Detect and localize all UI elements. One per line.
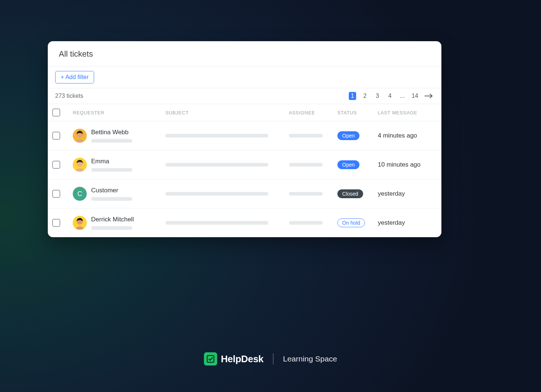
- status-cell: Open: [337, 160, 378, 169]
- page-1[interactable]: 1: [349, 92, 356, 100]
- subject-skeleton: [165, 192, 268, 196]
- page-ellipsis: ...: [399, 92, 406, 100]
- status-badge: Open: [337, 160, 359, 169]
- brand-name: HelpDesk: [221, 353, 264, 365]
- count-bar: 273 tickets 1 2 3 4 ... 14: [48, 88, 441, 104]
- page-last[interactable]: 14: [411, 92, 419, 100]
- table-row[interactable]: Emma Open 10 minutes ago: [48, 150, 441, 179]
- row-checkbox-cell: [52, 190, 73, 198]
- subject-cell: [165, 134, 289, 138]
- select-all-checkbox[interactable]: [52, 108, 60, 117]
- col-last-message: LAST MESSAGE: [378, 110, 434, 115]
- subject-cell: [165, 221, 289, 225]
- status-cell: On hold: [337, 218, 378, 227]
- status-badge: Closed: [337, 189, 363, 198]
- avatar: [73, 129, 87, 143]
- col-status: STATUS: [337, 110, 378, 115]
- page-4[interactable]: 4: [386, 92, 394, 100]
- last-message: 4 minutes ago: [378, 132, 434, 139]
- helpdesk-logo-icon: [204, 352, 217, 366]
- assignee-cell: [289, 192, 337, 196]
- brand-left: HelpDesk: [204, 352, 264, 366]
- panel-header: All tickets: [48, 41, 441, 67]
- subject-skeleton: [165, 134, 268, 138]
- row-checkbox-cell: [52, 219, 73, 227]
- requester-name: Emma: [91, 158, 132, 165]
- requester-name: Bettina Webb: [91, 129, 132, 136]
- requester-cell: Bettina Webb: [73, 129, 165, 143]
- page-3[interactable]: 3: [374, 92, 381, 100]
- assignee-skeleton: [289, 192, 323, 196]
- ticket-count: 273 tickets: [55, 93, 83, 99]
- row-checkbox-cell: [52, 132, 73, 140]
- select-all-cell: [52, 108, 73, 117]
- subject-skeleton: [165, 221, 268, 225]
- avatar: C: [73, 187, 87, 201]
- column-headers: REQUESTER SUBJECT ASSIGNEE STATUS LAST M…: [48, 104, 441, 121]
- assignee-cell: [289, 134, 337, 138]
- status-badge: Open: [337, 131, 359, 140]
- requester-text: Derrick Mitchell: [91, 216, 134, 230]
- row-checkbox[interactable]: [52, 132, 60, 140]
- table-row[interactable]: C Customer Closed yesterday: [48, 179, 441, 209]
- subject-cell: [165, 192, 289, 196]
- table-row[interactable]: Derrick Mitchell On hold yesterday: [48, 209, 441, 237]
- last-message: yesterday: [378, 190, 434, 197]
- brand-sub: Learning Space: [283, 354, 337, 363]
- row-checkbox-cell: [52, 161, 73, 169]
- next-page-icon[interactable]: [424, 93, 434, 99]
- requester-cell: Derrick Mitchell: [73, 216, 165, 230]
- assignee-cell: [289, 163, 337, 167]
- assignee-skeleton: [289, 163, 323, 167]
- svg-rect-7: [207, 356, 214, 362]
- page-2[interactable]: 2: [361, 92, 369, 100]
- avatar: [73, 216, 87, 230]
- assignee-skeleton: [289, 221, 323, 225]
- filter-bar: + Add filter: [48, 67, 441, 88]
- tickets-panel: All tickets + Add filter 273 tickets 1 2…: [48, 41, 441, 237]
- row-checkbox[interactable]: [52, 161, 60, 169]
- add-filter-button[interactable]: + Add filter: [55, 71, 94, 83]
- table-row[interactable]: Bettina Webb Open 4 minutes ago: [48, 121, 441, 150]
- requester-cell: C Customer: [73, 187, 165, 201]
- requester-name: Derrick Mitchell: [91, 216, 134, 223]
- avatar: [73, 158, 87, 172]
- status-cell: Closed: [337, 189, 378, 198]
- requester-sub-skeleton: [91, 197, 132, 201]
- requester-cell: Emma: [73, 158, 165, 172]
- requester-sub-skeleton: [91, 226, 132, 230]
- subject-skeleton: [165, 163, 268, 167]
- requester-text: Emma: [91, 158, 132, 172]
- last-message: yesterday: [378, 219, 434, 227]
- page-title: All tickets: [59, 49, 430, 59]
- assignee-cell: [289, 221, 337, 225]
- row-checkbox[interactable]: [52, 190, 60, 198]
- brand-bar: HelpDesk Learning Space: [204, 352, 337, 366]
- col-assignee: ASSIGNEE: [289, 110, 337, 115]
- requester-text: Bettina Webb: [91, 129, 132, 143]
- brand-divider: [273, 353, 273, 364]
- subject-cell: [165, 163, 289, 167]
- requester-name: Customer: [91, 187, 132, 194]
- pagination: 1 2 3 4 ... 14: [349, 92, 434, 100]
- status-badge: On hold: [337, 218, 365, 227]
- row-checkbox[interactable]: [52, 219, 60, 227]
- requester-text: Customer: [91, 187, 132, 201]
- col-subject: SUBJECT: [165, 110, 289, 115]
- ticket-rows: Bettina Webb Open 4 minutes ago Emma: [48, 121, 441, 237]
- assignee-skeleton: [289, 134, 323, 138]
- last-message: 10 minutes ago: [378, 161, 434, 168]
- requester-sub-skeleton: [91, 168, 132, 172]
- col-requester: REQUESTER: [73, 110, 165, 115]
- status-cell: Open: [337, 131, 378, 140]
- requester-sub-skeleton: [91, 139, 132, 143]
